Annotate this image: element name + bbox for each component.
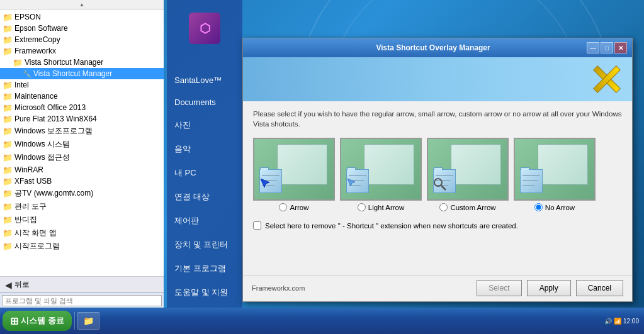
modal-body: Please select if you wish to have the re… <box>243 101 632 276</box>
back-button[interactable]: ◀ 뒤로 <box>0 276 164 292</box>
tree-item-label: Pure Flat 2013 Win8X64 <box>14 114 97 123</box>
modal-description: Please select if you wish to have the re… <box>253 109 622 129</box>
radio-option-no-arrow[interactable]: No Arrow <box>534 203 575 211</box>
arrow-option-light-arrow[interactable]: Light Arrow <box>340 138 422 211</box>
tree-item[interactable]: 📁반디집 <box>0 213 164 226</box>
tree-item-label: Epson Software <box>14 24 68 33</box>
radio-arrow[interactable] <box>279 203 287 211</box>
window-controls: — □ ✕ <box>587 42 627 53</box>
taskbar-separator <box>74 312 75 330</box>
nav-item-5[interactable]: 연결 대상 <box>167 185 242 209</box>
tree-item-label: 공TV (www.gomtv.com) <box>14 188 93 199</box>
tree-item[interactable]: 📁Windows 접근성 <box>0 151 164 164</box>
nav-item-6[interactable]: 제어판 <box>167 209 242 233</box>
arrow-preview-no-arrow <box>514 138 596 201</box>
radio-no-arrow[interactable] <box>534 203 543 211</box>
tree-item-label: Vista Shortcut Manager <box>33 69 112 78</box>
tree-item[interactable]: 📁관리 도구 <box>0 200 164 213</box>
start-label: 시스템 종료 <box>21 315 64 326</box>
svg-point-2 <box>434 179 442 186</box>
tree-item[interactable]: 📁Microsoft Office 2013 <box>0 102 164 113</box>
tree-item[interactable]: 📁XFast USB <box>0 175 164 187</box>
tree-item-label: Frameworkx <box>14 47 56 55</box>
tree-item[interactable]: 📁Frameworkx <box>0 45 164 57</box>
frameworkx-logo <box>588 64 626 95</box>
arrow-preview-light-arrow <box>340 138 422 201</box>
apply-button[interactable]: Apply <box>527 280 571 296</box>
footer-url: Frameworkx.com <box>252 284 305 292</box>
tree-item[interactable]: 📁Windows 보조프로그램 <box>0 125 164 138</box>
modal-header <box>243 57 632 101</box>
tree-item[interactable]: 🔧Vista Shortcut Manager <box>0 68 164 79</box>
nav-item-7[interactable]: 장치 및 프린터 <box>167 233 242 257</box>
tree-item-label: 반디집 <box>14 214 37 225</box>
nav-item-4[interactable]: 내 PC <box>167 161 242 185</box>
tree-item-label: XFast USB <box>14 177 52 186</box>
modal-footer: Frameworkx.com Select Apply Cancel <box>243 276 632 301</box>
taskbar-file-manager[interactable]: 📁 <box>77 312 99 330</box>
search-input[interactable] <box>2 295 162 306</box>
tree-item[interactable]: 📁시작 화면 앱 <box>0 226 164 240</box>
minimize-button[interactable]: — <box>587 42 599 53</box>
tree-item-label: ExtremeCopy <box>14 35 60 44</box>
modal-title: Vista Shortcut Overlay Manager <box>280 43 587 52</box>
back-label: 뒤로 <box>14 279 30 290</box>
arrow-preview-arrow <box>253 138 335 201</box>
tree-item[interactable]: 📁Epson Software <box>0 23 164 34</box>
tree-item-label: Windows 시스템 <box>14 139 70 150</box>
modal-titlebar: Vista Shortcut Overlay Manager — □ ✕ <box>243 38 632 57</box>
nav-item-2[interactable]: 사진 <box>167 113 242 137</box>
maximize-button[interactable]: □ <box>601 42 613 53</box>
nav-item-3[interactable]: 음악 <box>167 137 242 161</box>
tree-item[interactable]: 📁Pure Flat 2013 Win8X64 <box>0 113 164 125</box>
radio-label-arrow: Arrow <box>290 204 308 211</box>
nav-item-1[interactable]: Documents <box>167 91 242 113</box>
nav-item-0[interactable]: SantaLove™ <box>167 69 242 91</box>
svg-marker-0 <box>261 179 269 187</box>
scroll-up-button[interactable]: ▲ <box>0 0 164 10</box>
tree-item-label: Intel <box>14 81 29 89</box>
remove-shortcut-checkbox[interactable] <box>253 221 261 230</box>
arrow-option-arrow[interactable]: Arrow <box>253 138 335 211</box>
nav-item-8[interactable]: 기본 프로그램 <box>167 257 242 281</box>
arrow-preview-custom-arrow <box>427 138 509 201</box>
tree-item[interactable]: 📁Intel <box>0 79 164 91</box>
tree-item[interactable]: 📁Windows 시스템 <box>0 138 164 151</box>
select-button[interactable]: Select <box>477 280 521 296</box>
tree-item-label: Windows 접근성 <box>14 152 70 163</box>
radio-option-arrow[interactable]: Arrow <box>279 203 308 211</box>
taskbar-right: 🔊 📶 12:00 <box>604 318 641 325</box>
svg-marker-1 <box>347 179 355 186</box>
radio-custom-arrow[interactable] <box>439 203 448 211</box>
radio-label-light-arrow: Light Arrow <box>368 204 405 211</box>
tree-item[interactable]: 📁WinRAR <box>0 164 164 175</box>
tree-item[interactable]: 📁시작프로그램 <box>0 240 164 253</box>
arrow-options: ArrowLight ArrowCustom ArrowNo Arrow <box>253 138 622 211</box>
tree-item[interactable]: 📁ExtremeCopy <box>0 34 164 45</box>
nav-item-9[interactable]: 도움말 및 지원 <box>167 281 242 304</box>
system-tray: 🔊 📶 12:00 <box>604 318 639 325</box>
tree-item-label: EPSON <box>14 13 41 21</box>
file-tree-panel: ▲ 📁EPSON📁Epson Software📁ExtremeCopy📁Fram… <box>0 0 164 308</box>
radio-light-arrow[interactable] <box>358 203 366 211</box>
arrow-option-custom-arrow[interactable]: Custom Arrow <box>427 138 509 211</box>
taskbar: ⊞ 시스템 종료 📁 🔊 📶 12:00 <box>0 308 644 334</box>
svg-line-3 <box>441 186 446 190</box>
tree-item-label: 관리 도구 <box>14 201 47 212</box>
radio-option-custom-arrow[interactable]: Custom Arrow <box>439 203 495 211</box>
start-button[interactable]: ⊞ 시스템 종료 <box>3 311 72 331</box>
remove-shortcut-label: Select here to remove " - Shortcut " ext… <box>265 222 518 230</box>
radio-label-custom-arrow: Custom Arrow <box>450 204 495 211</box>
footer-buttons: Select Apply Cancel <box>477 280 623 296</box>
tree-item-label: Microsoft Office 2013 <box>14 103 86 112</box>
tree-item[interactable]: 📁공TV (www.gomtv.com) <box>0 187 164 200</box>
close-button[interactable]: ✕ <box>614 42 627 53</box>
tree-item[interactable]: 📁EPSON <box>0 11 164 23</box>
arrow-option-no-arrow[interactable]: No Arrow <box>514 138 596 211</box>
tree-item[interactable]: 📁Vista Shortcut Manager <box>0 57 164 68</box>
tree-item[interactable]: 📁Maintenance <box>0 91 164 102</box>
radio-option-light-arrow[interactable]: Light Arrow <box>358 203 405 211</box>
tree-item-label: 시작 화면 앱 <box>14 228 57 238</box>
tree-item-label: Vista Shortcut Manager <box>25 58 103 67</box>
cancel-button[interactable]: Cancel <box>576 280 623 296</box>
